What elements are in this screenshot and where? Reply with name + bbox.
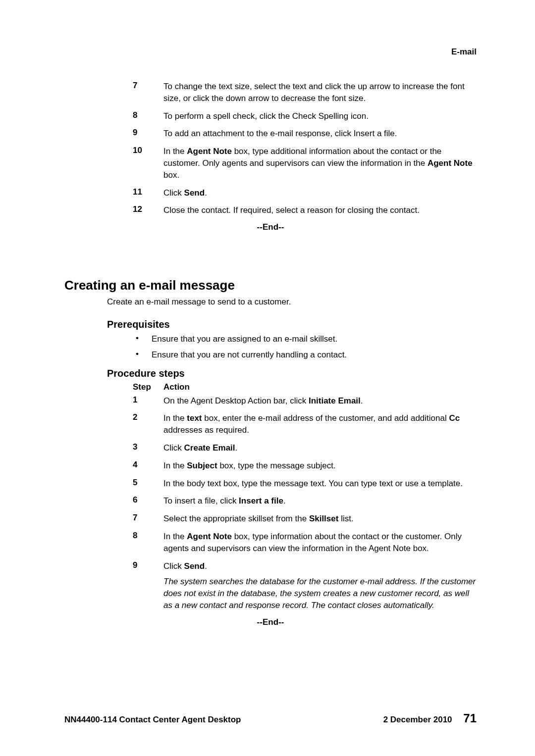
footer-page-number: 71: [463, 711, 477, 725]
step-text: In the Subject box, type the message sub…: [163, 460, 336, 472]
step-row: 9 Click Send.The system searches the dat…: [133, 560, 477, 611]
step-text: In the Agent Note box, type additional i…: [163, 146, 477, 181]
bullet-icon: •: [133, 333, 152, 345]
step-number: 7: [133, 513, 163, 525]
header-section-label: E-mail: [64, 47, 477, 57]
step-text: Close the contact. If required, select a…: [163, 204, 420, 216]
step-number: 7: [133, 81, 163, 104]
step-number: 8: [133, 110, 163, 122]
list-item-text: Ensure that you are not currently handli…: [152, 349, 347, 361]
step-header-step-label: Step: [133, 382, 163, 392]
bullet-icon: •: [133, 349, 152, 361]
step-row: 8 To perform a spell check, click the Ch…: [133, 110, 477, 122]
step-number: 2: [133, 412, 163, 436]
step-number: 9: [133, 560, 163, 611]
step-row: 6 To insert a file, click Insert a file.: [133, 495, 477, 507]
step-row: 11 Click Send.: [133, 187, 477, 199]
step-row: 12 Close the contact. If required, selec…: [133, 204, 477, 216]
footer-date: 2 December 2010: [383, 715, 452, 724]
prerequisites-list: • Ensure that you are assigned to an e-m…: [64, 333, 477, 361]
step-row: 3 Click Create Email.: [133, 442, 477, 454]
footer-doc-title: NN44400-114 Contact Center Agent Desktop: [64, 715, 241, 725]
step-text: In the Agent Note box, type information …: [163, 531, 477, 554]
step-header-action-label: Action: [163, 382, 190, 392]
page-footer: NN44400-114 Contact Center Agent Desktop…: [64, 711, 477, 725]
step-text: On the Agent Desktop Action bar, click I…: [163, 395, 363, 407]
footer-right: 2 December 2010 71: [383, 711, 477, 725]
prerequisites-heading: Prerequisites: [107, 319, 477, 330]
step-number: 9: [133, 128, 163, 140]
end-marker: --End--: [64, 222, 477, 232]
section-heading: Creating an e-mail message: [64, 278, 477, 293]
step-text: In the body text box, type the message t…: [163, 478, 463, 490]
step-row: 4 In the Subject box, type the message s…: [133, 460, 477, 472]
list-item: • Ensure that you are not currently hand…: [133, 349, 477, 361]
step-text: To change the text size, select the text…: [163, 81, 477, 104]
step-number: 5: [133, 478, 163, 490]
end-marker: --End--: [64, 617, 477, 627]
step-text: To perform a spell check, click the Chec…: [163, 110, 369, 122]
step-number: 11: [133, 187, 163, 199]
step-row: 8 In the Agent Note box, type informatio…: [133, 531, 477, 554]
step-text: To add an attachment to the e-mail respo…: [163, 128, 397, 140]
step-text: To insert a file, click Insert a file.: [163, 495, 286, 507]
step-number: 3: [133, 442, 163, 454]
list-item-text: Ensure that you are assigned to an e-mai…: [152, 333, 337, 345]
list-item: • Ensure that you are assigned to an e-m…: [133, 333, 477, 345]
step-row: 1 On the Agent Desktop Action bar, click…: [133, 395, 477, 407]
procedure-step-header: Step Action: [64, 382, 477, 392]
step-row: 2 In the text box, enter the e-mail addr…: [133, 412, 477, 436]
step-row: 7 To change the text size, select the te…: [133, 81, 477, 104]
step-text: Select the appropriate skillset from the…: [163, 513, 354, 525]
step-row: 10 In the Agent Note box, type additiona…: [133, 146, 477, 181]
continued-steps-list: 7 To change the text size, select the te…: [64, 81, 477, 216]
step-number: 8: [133, 531, 163, 554]
step-number: 12: [133, 204, 163, 216]
step-number: 1: [133, 395, 163, 407]
step-row: 7 Select the appropriate skillset from t…: [133, 513, 477, 525]
step-row: 5 In the body text box, type the message…: [133, 478, 477, 490]
step-number: 10: [133, 146, 163, 181]
step-text: Click Send.: [163, 187, 207, 199]
step-text: Click Send.The system searches the datab…: [163, 560, 477, 611]
step-number: 4: [133, 460, 163, 472]
step-text: Click Create Email.: [163, 442, 237, 454]
procedure-steps-list: 1 On the Agent Desktop Action bar, click…: [64, 395, 477, 611]
step-row: 9 To add an attachment to the e-mail res…: [133, 128, 477, 140]
section-intro: Create an e-mail message to send to a cu…: [64, 296, 477, 308]
step-text: In the text box, enter the e-mail addres…: [163, 412, 477, 436]
procedure-heading: Procedure steps: [107, 368, 477, 379]
step-number: 6: [133, 495, 163, 507]
